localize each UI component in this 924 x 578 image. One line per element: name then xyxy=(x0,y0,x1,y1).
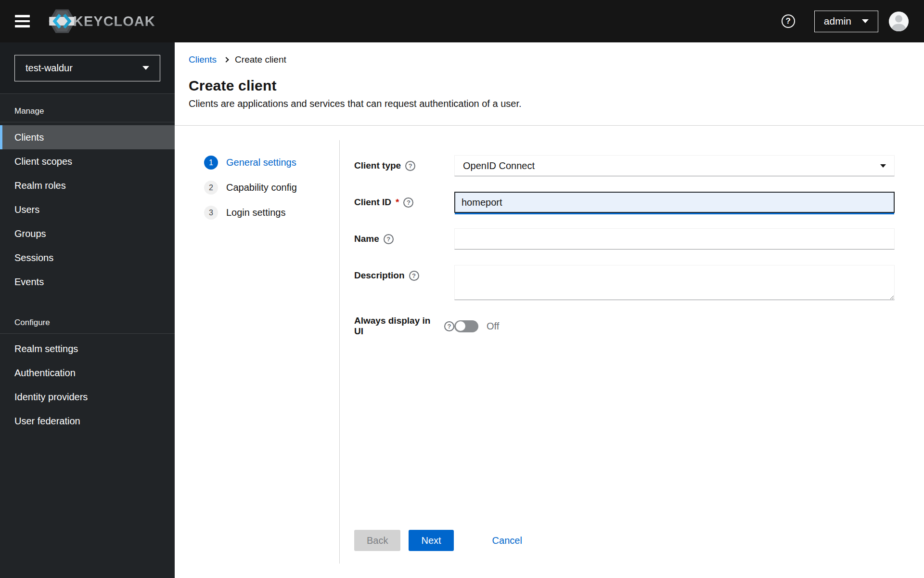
page-subtitle: Clients are applications and services th… xyxy=(189,98,895,109)
always-display-label-group: Always display in UI ? xyxy=(354,315,454,337)
chevron-down-icon xyxy=(142,66,149,70)
sidebar: test-waldur Manage Clients Client scopes… xyxy=(0,42,175,578)
brand-text: KEYCLOAK xyxy=(73,13,155,29)
client-type-select[interactable]: OpenID Connect xyxy=(454,155,895,176)
client-type-label: Client type xyxy=(354,160,401,171)
client-id-label-group: Client ID * ? xyxy=(354,197,454,208)
sidebar-item-identity-providers[interactable]: Identity providers xyxy=(0,385,175,409)
client-type-value: OpenID Connect xyxy=(463,160,535,171)
masthead-actions: ? admin xyxy=(782,11,924,32)
sidebar-item-users[interactable]: Users xyxy=(0,197,175,222)
client-id-label: Client ID xyxy=(354,197,391,208)
wizard-steps: 1 General settings 2 Capability config 3… xyxy=(175,140,339,564)
description-row: Description ? xyxy=(354,265,895,300)
help-icon[interactable]: ? xyxy=(782,14,795,28)
step-number: 2 xyxy=(204,181,218,195)
question-circle-icon[interactable]: ? xyxy=(384,234,394,244)
back-button[interactable]: Back xyxy=(354,530,400,551)
client-id-input[interactable] xyxy=(455,193,894,212)
nav-section-manage: Manage xyxy=(0,94,175,122)
app-root: KEYCLOAK ? admin test-waldur xyxy=(0,0,924,578)
always-display-row: Always display in UI ? Off xyxy=(354,315,895,337)
nav-divider xyxy=(0,333,175,334)
breadcrumb-link-clients[interactable]: Clients xyxy=(189,54,217,65)
sidebar-item-clients[interactable]: Clients xyxy=(0,125,175,149)
step-number: 3 xyxy=(204,206,218,220)
nav-divider xyxy=(0,122,175,122)
always-display-label: Always display in UI xyxy=(354,315,440,337)
avatar[interactable] xyxy=(889,12,909,31)
wizard-step-capability-config[interactable]: 2 Capability config xyxy=(204,181,339,195)
toggle-knob xyxy=(456,321,465,331)
step-number: 1 xyxy=(204,156,218,170)
client-id-row: Client ID * ? xyxy=(354,192,895,213)
sidebar-item-events[interactable]: Events xyxy=(0,270,175,294)
page-title: Create client xyxy=(189,78,895,94)
nav-section-configure: Configure xyxy=(0,294,175,333)
sidebar-item-authentication[interactable]: Authentication xyxy=(0,361,175,385)
sidebar-item-groups[interactable]: Groups xyxy=(0,222,175,246)
shell: test-waldur Manage Clients Client scopes… xyxy=(0,42,924,578)
description-textarea[interactable] xyxy=(454,265,895,300)
name-input[interactable] xyxy=(454,228,895,250)
chevron-down-icon xyxy=(880,164,886,168)
name-label: Name xyxy=(354,234,379,244)
name-row: Name ? xyxy=(354,228,895,250)
wizard-step-login-settings[interactable]: 3 Login settings xyxy=(204,206,339,220)
name-label-group: Name ? xyxy=(354,234,454,244)
question-circle-icon[interactable]: ? xyxy=(403,197,413,208)
main-content: Clients Create client Create client Clie… xyxy=(175,42,924,578)
person-icon xyxy=(889,12,909,31)
step-label: General settings xyxy=(226,157,296,168)
always-display-toggle[interactable] xyxy=(454,320,478,332)
hamburger-menu-icon[interactable] xyxy=(13,13,32,29)
next-button[interactable]: Next xyxy=(409,530,453,551)
realm-selector-label: test-waldur xyxy=(26,63,73,74)
question-circle-icon[interactable]: ? xyxy=(405,161,415,171)
realm-selector-block: test-waldur xyxy=(0,42,175,94)
toggle-state-label: Off xyxy=(487,321,499,332)
step-label: Login settings xyxy=(226,207,285,218)
sidebar-item-client-scopes[interactable]: Client scopes xyxy=(0,149,175,173)
question-circle-icon[interactable]: ? xyxy=(444,321,454,331)
breadcrumb-current: Create client xyxy=(235,54,286,65)
sidebar-item-user-federation[interactable]: User federation xyxy=(0,409,175,433)
client-type-row: Client type ? OpenID Connect xyxy=(354,155,895,176)
client-type-label-group: Client type ? xyxy=(354,160,454,171)
wizard-actions: Back Next Cancel xyxy=(354,530,522,551)
cancel-button[interactable]: Cancel xyxy=(492,530,522,551)
sidebar-item-sessions[interactable]: Sessions xyxy=(0,246,175,270)
general-settings-form: Client type ? OpenID Connect Clien xyxy=(339,140,924,564)
chevron-down-icon xyxy=(862,19,869,23)
breadcrumb-separator-icon xyxy=(223,57,229,62)
question-circle-icon[interactable]: ? xyxy=(409,271,419,281)
create-client-wizard: 1 General settings 2 Capability config 3… xyxy=(175,140,924,564)
realm-selector[interactable]: test-waldur xyxy=(14,55,160,81)
description-label-group: Description ? xyxy=(354,265,454,281)
sidebar-nav: Manage Clients Client scopes Realm roles… xyxy=(0,94,175,433)
sidebar-item-realm-settings[interactable]: Realm settings xyxy=(0,337,175,361)
client-id-field-wrapper xyxy=(454,192,895,213)
required-asterisk: * xyxy=(396,197,399,208)
masthead: KEYCLOAK ? admin xyxy=(0,0,924,42)
user-menu-dropdown[interactable]: admin xyxy=(814,11,878,32)
user-menu-label: admin xyxy=(824,15,851,27)
step-label: Capability config xyxy=(226,182,297,193)
page-header: Clients Create client Create client Clie… xyxy=(175,42,924,126)
sidebar-item-realm-roles[interactable]: Realm roles xyxy=(0,173,175,197)
wizard-step-general-settings[interactable]: 1 General settings xyxy=(204,156,339,170)
keycloak-logo: KEYCLOAK xyxy=(48,9,155,34)
keycloak-hexagon-icon xyxy=(48,9,76,34)
description-label: Description xyxy=(354,270,405,281)
breadcrumb: Clients Create client xyxy=(189,54,895,65)
